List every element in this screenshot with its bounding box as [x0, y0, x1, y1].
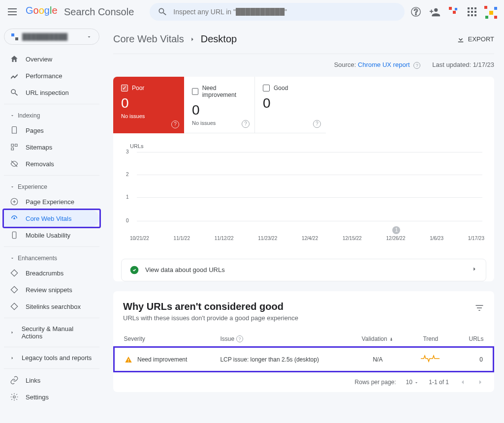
col-urls[interactable]: URLs: [453, 332, 493, 347]
sidebar-item-mobile-usability[interactable]: Mobile Usability: [4, 227, 99, 243]
svg-rect-13: [12, 232, 16, 239]
breadcrumb-parent[interactable]: Core Web Vitals: [113, 33, 184, 45]
svg-rect-5: [494, 7, 497, 10]
hamburger-icon[interactable]: [8, 6, 20, 18]
app-header: Google Search Console: [0, 0, 504, 24]
next-page-icon[interactable]: [476, 378, 484, 386]
chevron-right-icon: [471, 266, 478, 274]
url-inspection-search[interactable]: [150, 3, 405, 21]
help-icon[interactable]: ?: [171, 121, 179, 128]
sidebar-section-experience[interactable]: Experience: [4, 179, 99, 193]
help-icon[interactable]: ?: [236, 335, 243, 342]
sidebar-label: Review snippets: [26, 286, 72, 294]
diamond-icon: [10, 269, 19, 277]
chart-annotation[interactable]: 1: [392, 226, 400, 234]
sidebar-label: Sitemaps: [26, 144, 52, 151]
sidebar-item-page-experience[interactable]: Page Experience: [4, 193, 99, 210]
google-wordmark: Google: [26, 5, 62, 19]
sidebar-label: Mobile Usability: [26, 232, 70, 239]
tab-good[interactable]: Good 0 ?: [255, 77, 326, 133]
sidebar-item-pages[interactable]: Pages: [4, 122, 99, 139]
issue-row[interactable]: Need improvement LCP issue: longer than …: [114, 347, 494, 372]
search-icon: [10, 88, 19, 97]
sidebar-label: Pages: [26, 127, 44, 134]
sidebar-label: Performance: [26, 72, 62, 80]
sidebar-item-core-web-vitals[interactable]: Core Web Vitals: [4, 210, 99, 227]
help-icon[interactable]: ?: [242, 120, 250, 128]
removals-icon: [10, 159, 19, 168]
pages-icon: [10, 126, 19, 135]
sidebar-section-indexing[interactable]: Indexing: [4, 107, 99, 122]
sidebar-item-sitelinks-searchbox[interactable]: Sitelinks searchbox: [4, 298, 99, 315]
source-link[interactable]: Chrome UX report: [358, 61, 410, 68]
divider: [4, 175, 99, 176]
sidebar-item-url-inspection[interactable]: URL inspection: [4, 84, 99, 101]
filter-icon[interactable]: [474, 303, 484, 313]
chevron-right-icon: [10, 330, 15, 335]
help-icon[interactable]: ?: [313, 120, 321, 128]
svg-rect-9: [11, 33, 14, 36]
avatar[interactable]: [484, 6, 496, 18]
page-range: 1-1 of 1: [429, 379, 449, 386]
rows-per-page-select[interactable]: 10: [406, 379, 419, 386]
table-pager: Rows per page: 10 1-1 of 1: [113, 372, 494, 392]
tab-need-improvement[interactable]: Need improvement 0 No issues ?: [184, 77, 255, 133]
sidebar-item-performance[interactable]: Performance: [4, 67, 99, 84]
sidebar-item-removals[interactable]: Removals: [4, 155, 99, 172]
source-label: Source: Chrome UX report ?: [334, 61, 421, 69]
apps-icon[interactable]: [468, 7, 476, 16]
prev-page-icon[interactable]: [459, 378, 467, 386]
sidebar-item-review-snippets[interactable]: Review snippets: [4, 281, 99, 298]
good-count: 0: [263, 95, 318, 111]
sidebar-item-security[interactable]: Security & Manual Actions: [4, 321, 99, 344]
sidebar-item-legacy[interactable]: Legacy tools and reports: [4, 350, 99, 365]
col-severity[interactable]: Severity: [114, 332, 211, 347]
breadcrumb-current: Desktop: [201, 33, 237, 45]
export-button[interactable]: EXPORT: [456, 35, 494, 44]
sidebar-label: Page Experience: [26, 198, 74, 206]
svg-rect-17: [128, 361, 128, 362]
gear-icon: [10, 393, 19, 401]
svg-rect-6: [489, 11, 493, 15]
sidebar-section-enhancements[interactable]: Enhancements: [4, 250, 99, 265]
chevron-down-icon: [10, 256, 15, 261]
search-input[interactable]: [173, 8, 397, 16]
users-icon[interactable]: [429, 6, 440, 17]
property-selector[interactable]: ██████████: [4, 29, 99, 45]
sidebar-item-links[interactable]: Links: [4, 372, 99, 389]
chevron-down-icon: [10, 113, 15, 118]
meta-row: Source: Chrome UX report ? Last updated:…: [113, 61, 494, 69]
mobile-icon: [10, 231, 19, 240]
col-validation[interactable]: Validation: [347, 332, 408, 347]
warning-icon: [125, 356, 132, 363]
tab-poor[interactable]: ✓Poor 0 No issues ?: [113, 77, 184, 133]
poor-sub: No issues: [121, 113, 176, 119]
sidebar-item-sitemaps[interactable]: Sitemaps: [4, 139, 99, 155]
arrow-down-icon: [389, 337, 394, 342]
link-icon: [10, 376, 19, 385]
col-issue[interactable]: Issue?: [210, 332, 347, 347]
help-icon[interactable]: [410, 6, 421, 17]
product-name: Search Console: [64, 6, 134, 18]
svg-rect-2: [453, 11, 456, 14]
chevron-right-icon: [189, 36, 196, 43]
sidebar-item-settings[interactable]: Settings: [4, 389, 99, 405]
sidebar-item-overview[interactable]: Overview: [4, 51, 99, 67]
sidebar-item-breadcrumbs[interactable]: Breadcrumbs: [4, 265, 99, 281]
help-icon[interactable]: ?: [413, 62, 420, 69]
notifications-icon[interactable]: [448, 6, 460, 18]
divider: [4, 318, 99, 318]
checkbox-checked-icon: ✓: [121, 85, 128, 91]
sidebar-label: Core Web Vitals: [26, 215, 71, 222]
property-icon: [11, 33, 18, 40]
view-good-urls-link[interactable]: View data about good URLs: [121, 259, 486, 281]
sidebar-label: Security & Manual Actions: [22, 325, 94, 340]
diamond-icon: [10, 302, 19, 311]
plus-circle-icon: [10, 197, 19, 206]
chevron-right-icon: [10, 356, 15, 361]
google-logo[interactable]: Google Search Console: [26, 5, 134, 19]
sidebar: ██████████ Overview Performance URL insp…: [0, 24, 103, 423]
chevron-down-icon: [10, 184, 15, 189]
sidebar-label: Breadcrumbs: [26, 270, 63, 277]
col-trend[interactable]: Trend: [408, 332, 453, 347]
